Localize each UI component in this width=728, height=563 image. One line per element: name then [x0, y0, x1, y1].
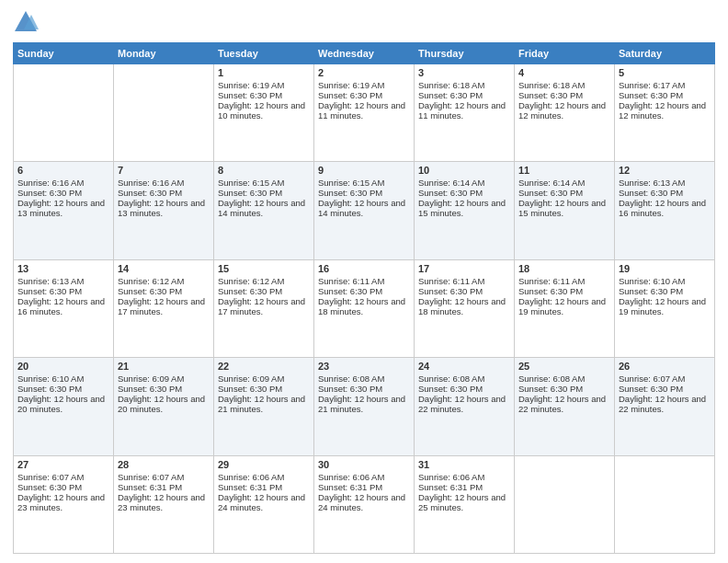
sunset-text: Sunset: 6:30 PM [619, 90, 711, 100]
sunset-text: Sunset: 6:31 PM [318, 482, 410, 492]
sunset-text: Sunset: 6:30 PM [218, 384, 310, 394]
sunrise-text: Sunrise: 6:11 AM [518, 276, 610, 286]
daylight-text: Daylight: 12 hours and 24 minutes. [218, 492, 310, 512]
daylight-text: Daylight: 12 hours and 14 minutes. [218, 198, 310, 218]
calendar-cell: 7Sunrise: 6:16 AMSunset: 6:30 PMDaylight… [114, 162, 214, 259]
daylight-text: Daylight: 12 hours and 22 minutes. [619, 394, 711, 414]
sunset-text: Sunset: 6:30 PM [118, 384, 210, 394]
day-number: 12 [619, 165, 711, 176]
calendar-cell: 23Sunrise: 6:08 AMSunset: 6:30 PMDayligh… [314, 358, 415, 455]
daylight-text: Daylight: 12 hours and 15 minutes. [418, 198, 510, 218]
day-number: 27 [17, 459, 109, 470]
sunrise-text: Sunrise: 6:06 AM [418, 472, 510, 482]
sunset-text: Sunset: 6:30 PM [218, 286, 310, 296]
calendar-cell: 22Sunrise: 6:09 AMSunset: 6:30 PMDayligh… [214, 358, 314, 455]
calendar-header-row: SundayMondayTuesdayWednesdayThursdayFrid… [14, 43, 715, 64]
day-number: 17 [418, 263, 510, 274]
sunrise-text: Sunrise: 6:14 AM [418, 178, 510, 188]
day-number: 11 [518, 165, 610, 176]
daylight-text: Daylight: 12 hours and 17 minutes. [218, 296, 310, 316]
day-number: 1 [218, 67, 310, 78]
calendar-cell: 6Sunrise: 6:16 AMSunset: 6:30 PMDaylight… [14, 162, 114, 259]
logo-icon [13, 9, 39, 35]
sunrise-text: Sunrise: 6:12 AM [218, 276, 310, 286]
daylight-text: Daylight: 12 hours and 15 minutes. [518, 198, 610, 218]
calendar-cell: 9Sunrise: 6:15 AMSunset: 6:30 PMDaylight… [314, 162, 415, 259]
sunrise-text: Sunrise: 6:13 AM [619, 178, 711, 188]
sunset-text: Sunset: 6:30 PM [418, 384, 510, 394]
day-number: 18 [518, 263, 610, 274]
sunrise-text: Sunrise: 6:19 AM [218, 80, 310, 90]
day-header-saturday: Saturday [615, 43, 715, 64]
day-number: 25 [518, 361, 610, 372]
calendar-cell: 8Sunrise: 6:15 AMSunset: 6:30 PMDaylight… [214, 162, 314, 259]
sunset-text: Sunset: 6:30 PM [17, 482, 109, 492]
sunset-text: Sunset: 6:30 PM [318, 90, 410, 100]
day-number: 19 [619, 263, 711, 274]
sunset-text: Sunset: 6:30 PM [518, 286, 610, 296]
sunrise-text: Sunrise: 6:07 AM [118, 472, 210, 482]
daylight-text: Daylight: 12 hours and 10 minutes. [218, 100, 310, 121]
sunrise-text: Sunrise: 6:19 AM [318, 80, 410, 90]
daylight-text: Daylight: 12 hours and 17 minutes. [118, 296, 210, 316]
sunset-text: Sunset: 6:30 PM [619, 384, 711, 394]
sunrise-text: Sunrise: 6:16 AM [118, 178, 210, 188]
sunset-text: Sunset: 6:30 PM [17, 286, 109, 296]
day-header-friday: Friday [515, 43, 615, 64]
day-number: 20 [17, 361, 109, 372]
calendar-cell: 4Sunrise: 6:18 AMSunset: 6:30 PMDaylight… [515, 64, 615, 162]
day-number: 15 [218, 263, 310, 274]
daylight-text: Daylight: 12 hours and 22 minutes. [418, 394, 510, 414]
day-header-monday: Monday [114, 43, 214, 64]
sunset-text: Sunset: 6:30 PM [518, 188, 610, 198]
sunset-text: Sunset: 6:30 PM [619, 188, 711, 198]
sunrise-text: Sunrise: 6:07 AM [619, 373, 711, 384]
daylight-text: Daylight: 12 hours and 23 minutes. [17, 492, 109, 512]
sunrise-text: Sunrise: 6:13 AM [17, 276, 109, 286]
page: SundayMondayTuesdayWednesdayThursdayFrid… [0, 0, 728, 563]
calendar-cell [515, 455, 615, 553]
logo [13, 9, 40, 35]
calendar-cell: 2Sunrise: 6:19 AMSunset: 6:30 PMDaylight… [314, 64, 415, 162]
daylight-text: Daylight: 12 hours and 13 minutes. [17, 198, 109, 218]
day-number: 29 [218, 459, 310, 470]
calendar-cell: 3Sunrise: 6:18 AMSunset: 6:30 PMDaylight… [415, 64, 515, 162]
calendar-cell: 17Sunrise: 6:11 AMSunset: 6:30 PMDayligh… [415, 259, 515, 357]
day-number: 23 [318, 361, 410, 372]
calendar-cell: 21Sunrise: 6:09 AMSunset: 6:30 PMDayligh… [114, 358, 214, 455]
day-number: 7 [118, 165, 210, 176]
daylight-text: Daylight: 12 hours and 23 minutes. [118, 492, 210, 512]
calendar-cell: 27Sunrise: 6:07 AMSunset: 6:30 PMDayligh… [14, 455, 114, 553]
calendar-cell: 14Sunrise: 6:12 AMSunset: 6:30 PMDayligh… [114, 259, 214, 357]
header [13, 9, 715, 35]
day-number: 22 [218, 361, 310, 372]
sunset-text: Sunset: 6:30 PM [518, 384, 610, 394]
day-number: 8 [218, 165, 310, 176]
day-number: 9 [318, 165, 410, 176]
calendar-week-3: 13Sunrise: 6:13 AMSunset: 6:30 PMDayligh… [14, 259, 715, 357]
daylight-text: Daylight: 12 hours and 24 minutes. [318, 492, 410, 512]
daylight-text: Daylight: 12 hours and 18 minutes. [418, 296, 510, 316]
sunrise-text: Sunrise: 6:08 AM [518, 373, 610, 384]
sunrise-text: Sunrise: 6:16 AM [17, 178, 109, 188]
sunrise-text: Sunrise: 6:10 AM [17, 373, 109, 384]
calendar-cell: 18Sunrise: 6:11 AMSunset: 6:30 PMDayligh… [515, 259, 615, 357]
sunset-text: Sunset: 6:30 PM [318, 384, 410, 394]
sunrise-text: Sunrise: 6:15 AM [218, 178, 310, 188]
calendar-cell: 31Sunrise: 6:06 AMSunset: 6:31 PMDayligh… [415, 455, 515, 553]
sunset-text: Sunset: 6:30 PM [17, 188, 109, 198]
sunrise-text: Sunrise: 6:09 AM [118, 373, 210, 384]
sunrise-text: Sunrise: 6:17 AM [619, 80, 711, 90]
calendar-cell [14, 64, 114, 162]
day-number: 6 [17, 165, 109, 176]
calendar-cell: 10Sunrise: 6:14 AMSunset: 6:30 PMDayligh… [415, 162, 515, 259]
sunrise-text: Sunrise: 6:10 AM [619, 276, 711, 286]
day-number: 14 [118, 263, 210, 274]
day-number: 31 [418, 459, 510, 470]
sunrise-text: Sunrise: 6:15 AM [318, 178, 410, 188]
day-number: 2 [318, 67, 410, 78]
day-number: 3 [418, 67, 510, 78]
calendar-cell [114, 64, 214, 162]
sunrise-text: Sunrise: 6:18 AM [418, 80, 510, 90]
calendar-cell: 11Sunrise: 6:14 AMSunset: 6:30 PMDayligh… [515, 162, 615, 259]
